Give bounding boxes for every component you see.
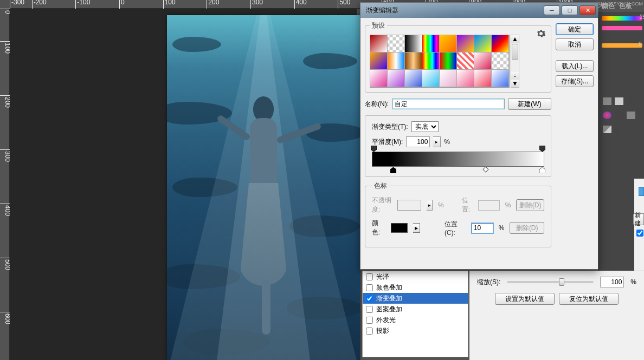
close-button[interactable]: ✕ (579, 5, 596, 15)
preset-swatch[interactable] (387, 35, 405, 53)
preset-swatch[interactable] (491, 52, 509, 70)
preset-swatch[interactable] (387, 52, 405, 70)
preset-swatch[interactable] (422, 35, 440, 53)
fx-checkbox[interactable] (366, 284, 373, 291)
color-well[interactable] (391, 223, 408, 233)
position-input-2[interactable] (472, 223, 493, 233)
preset-swatch[interactable] (370, 69, 388, 87)
layer-effects-list[interactable]: 光泽颜色叠加渐变叠加图案叠加外发光投影 (362, 271, 468, 357)
preset-swatch[interactable] (439, 69, 457, 87)
delete-button-2: 删除(D) (510, 222, 544, 234)
blue-highlight-strip (639, 187, 644, 196)
scale-input[interactable] (600, 277, 624, 287)
fx-item[interactable]: 图案叠加 (363, 304, 468, 315)
position-label-1: 位置: (462, 196, 473, 214)
preset-swatch[interactable] (474, 52, 492, 70)
preset-swatch[interactable] (404, 52, 422, 70)
preset-swatch[interactable] (456, 69, 474, 87)
preset-swatch[interactable] (439, 52, 457, 70)
preset-swatch[interactable] (387, 69, 405, 87)
maximize-button[interactable]: □ (562, 5, 578, 15)
svg-marker-1 (539, 146, 545, 152)
fx-checkbox[interactable] (366, 295, 373, 302)
opacity-label: 不透明度: (372, 196, 392, 214)
cancel-button[interactable]: 取消 (556, 38, 594, 50)
save-button[interactable]: 存储(S)... (556, 75, 594, 87)
opacity-input (397, 200, 421, 211)
scroll-down-icon[interactable]: ▼ (511, 80, 519, 87)
color-strip-2[interactable] (602, 43, 642, 48)
position-label-2: 位置(C): (445, 220, 466, 237)
panel-icons-3[interactable] (603, 126, 620, 133)
scroll-thumb[interactable] (512, 44, 518, 60)
fx-item[interactable]: 光泽 (363, 271, 468, 282)
gradient-type-select[interactable]: 实底 (411, 121, 439, 132)
gradient-bar[interactable] (372, 152, 544, 167)
position-input-1 (478, 200, 500, 211)
preset-swatch[interactable] (474, 35, 492, 53)
preset-swatch[interactable] (404, 35, 422, 53)
preset-swatch[interactable] (456, 35, 474, 53)
fx-item[interactable]: 渐变叠加 (363, 293, 468, 304)
preset-swatch[interactable] (456, 52, 474, 70)
preset-swatch[interactable] (370, 35, 388, 53)
color-dropdown-icon[interactable]: ▶ (413, 223, 420, 233)
gradient-type-group: 渐变类型(T): 实底 平滑度(M): ▸ % (365, 115, 551, 177)
smoothness-stepper[interactable]: ▸ (433, 136, 441, 147)
fx-checkbox[interactable] (366, 306, 373, 313)
load-button[interactable]: 载入(L)... (556, 60, 594, 72)
scale-slider[interactable] (507, 281, 594, 283)
presets-group: 预设 ▲ ≡ ▼ (365, 21, 551, 93)
fx-checkbox[interactable] (366, 273, 373, 280)
smoothness-input[interactable] (406, 136, 430, 147)
scroll-grip-icon[interactable]: ≡ (511, 72, 519, 80)
color-strip-1[interactable] (602, 26, 642, 30)
panel-icons-1[interactable] (603, 97, 632, 105)
svg-marker-0 (371, 146, 377, 152)
fx-item[interactable]: 颜色叠加 (363, 282, 468, 293)
artwork-figure (220, 96, 307, 329)
reset-default-button[interactable]: 复位为默认值 (559, 293, 619, 305)
fx-label: 投影 (376, 326, 389, 336)
preset-swatch[interactable] (491, 69, 509, 87)
minimize-button[interactable]: ─ (544, 5, 560, 15)
preset-swatch[interactable] (422, 69, 440, 87)
opacity-stop-left[interactable] (371, 146, 377, 152)
color-stop-left[interactable] (390, 167, 396, 173)
preset-scrollbar[interactable]: ▲ ≡ ▼ (511, 35, 519, 88)
preset-swatch[interactable] (370, 52, 388, 70)
preset-swatch[interactable] (439, 35, 457, 53)
smoothness-label: 平滑度(M): (372, 138, 403, 147)
midpoint-diamond[interactable] (482, 166, 488, 172)
color-label: 颜色: (372, 219, 385, 237)
set-default-button[interactable]: 设置为默认值 (495, 293, 555, 305)
new-style-button[interactable]: 新建 (633, 213, 644, 225)
panel-icons-2[interactable] (603, 112, 635, 119)
gear-icon[interactable] (537, 29, 545, 38)
ok-button[interactable]: 确定 (556, 23, 594, 35)
far-checkbox[interactable] (636, 230, 643, 237)
hue-strip[interactable] (602, 16, 642, 21)
fx-checkbox[interactable] (366, 317, 373, 324)
preset-swatches[interactable] (370, 35, 510, 88)
color-stop-right[interactable] (539, 167, 545, 173)
name-input[interactable] (392, 99, 505, 109)
fx-label: 渐变叠加 (376, 294, 402, 303)
svg-marker-3 (539, 167, 545, 173)
canvas-background (10, 9, 357, 360)
fx-item[interactable]: 投影 (363, 325, 468, 336)
new-button[interactable]: 新建(W) (508, 98, 551, 110)
fx-checkbox[interactable] (366, 328, 373, 335)
scroll-up-icon[interactable]: ▲ (511, 35, 519, 43)
dialog-titlebar[interactable]: 渐变编辑器 ─ □ ✕ (360, 3, 598, 18)
opacity-stop-right[interactable] (539, 146, 545, 152)
document-canvas[interactable] (167, 15, 360, 360)
preset-swatch[interactable] (491, 35, 509, 53)
fx-label: 外发光 (376, 316, 396, 325)
fx-item[interactable]: 外发光 (363, 315, 468, 325)
preset-swatch[interactable] (422, 52, 440, 70)
preset-swatch[interactable] (404, 69, 422, 87)
presets-legend: 预设 (370, 21, 387, 30)
delete-button-1: 删除(D) (516, 199, 544, 211)
preset-swatch[interactable] (474, 69, 492, 87)
